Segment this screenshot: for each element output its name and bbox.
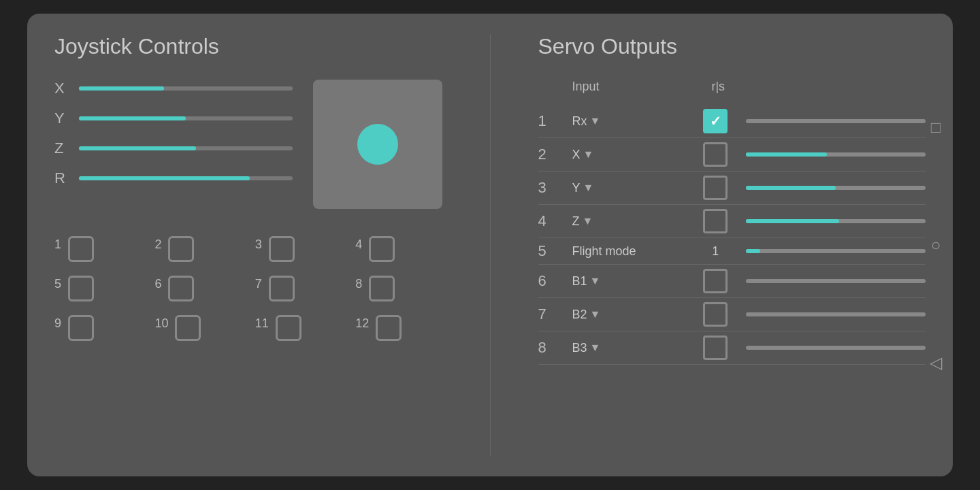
- servo-row-6: 6B1 ▼: [538, 265, 926, 298]
- button-item-11: 11: [255, 315, 342, 341]
- panel-divider: [490, 34, 491, 456]
- servo-num-1: 1: [538, 112, 572, 130]
- servo-input-label-5: Flight mode: [572, 244, 636, 259]
- axis-slider-z[interactable]: [79, 146, 293, 150]
- input-header: Input: [572, 80, 695, 94]
- servo-slider-track-2: [746, 152, 926, 157]
- servo-rs-7: [691, 302, 739, 327]
- servo-input-container-7: B2 ▼: [572, 308, 692, 322]
- servo-input-label-8: B3: [572, 341, 587, 355]
- servo-rows: 1Rx ▼✓2X ▼3Y ▼4Z ▼5Flight mode16B1 ▼7B2 …: [538, 105, 926, 365]
- axis-fill-y: [79, 116, 186, 120]
- servo-rs-4: [691, 209, 739, 233]
- servo-checkbox-2[interactable]: [703, 142, 728, 167]
- servo-slider-fill-5: [746, 249, 760, 253]
- servo-row-1: 1Rx ▼✓: [538, 105, 926, 138]
- servo-slider-track-5: [746, 249, 926, 253]
- servo-dropdown-arrow-7[interactable]: ▼: [590, 308, 601, 321]
- nav-circle-icon[interactable]: ○: [931, 235, 941, 255]
- nav-triangle-icon[interactable]: ◁: [930, 353, 942, 372]
- servo-input-container-2: X ▼: [572, 148, 692, 162]
- button-number-8: 8: [355, 277, 362, 291]
- servo-slider-container-5[interactable]: [739, 249, 926, 253]
- axis-slider-x[interactable]: [79, 86, 293, 91]
- axis-fill-r: [79, 176, 250, 180]
- servo-checkbox-3[interactable]: [703, 176, 728, 200]
- servo-row-4: 4Z ▼: [538, 205, 926, 238]
- servo-slider-container-7[interactable]: [739, 312, 926, 316]
- button-checkbox-2[interactable]: [168, 236, 194, 262]
- servo-input-container-5: Flight mode: [572, 244, 692, 259]
- button-checkbox-3[interactable]: [269, 236, 295, 262]
- servo-checkbox-4[interactable]: [703, 209, 728, 233]
- button-number-11: 11: [255, 316, 269, 331]
- button-number-3: 3: [255, 238, 262, 252]
- axes-section: X Y Z R: [54, 80, 442, 209]
- axis-label-y: Y: [54, 110, 68, 127]
- nav-square-icon[interactable]: □: [931, 118, 941, 137]
- button-checkbox-1[interactable]: [68, 236, 94, 262]
- servo-dropdown-arrow-1[interactable]: ▼: [590, 115, 601, 127]
- servo-slider-container-6[interactable]: [739, 279, 926, 283]
- servo-checkbox-7[interactable]: [703, 302, 728, 327]
- servo-slider-container-8[interactable]: [739, 346, 926, 350]
- servo-num-6: 6: [538, 272, 572, 290]
- button-item-8: 8: [355, 276, 442, 301]
- servo-slider-container-3[interactable]: [739, 186, 926, 190]
- axis-slider-y[interactable]: [79, 116, 293, 120]
- button-number-4: 4: [355, 238, 362, 252]
- servo-table-header: Input r|s: [538, 80, 926, 102]
- axis-slider-r[interactable]: [79, 176, 293, 180]
- servo-rs-1: ✓: [691, 109, 739, 133]
- button-checkbox-5[interactable]: [68, 276, 94, 301]
- joystick-dot: [357, 124, 398, 165]
- button-item-9: 9: [54, 315, 141, 341]
- servo-dropdown-arrow-8[interactable]: ▼: [590, 342, 601, 354]
- servo-checkbox-1[interactable]: ✓: [703, 109, 728, 133]
- servo-input-label-4: Z: [572, 214, 580, 229]
- button-checkbox-8[interactable]: [369, 276, 395, 301]
- button-checkbox-10[interactable]: [175, 315, 201, 341]
- button-number-12: 12: [355, 316, 369, 331]
- servo-row-8: 8B3 ▼: [538, 331, 926, 365]
- axis-label-x: X: [54, 80, 68, 97]
- button-checkbox-4[interactable]: [369, 236, 395, 262]
- servo-input-container-8: B3 ▼: [572, 341, 692, 355]
- button-number-9: 9: [54, 316, 61, 331]
- axis-row-r: R: [54, 169, 293, 187]
- servo-num-8: 8: [538, 339, 572, 357]
- button-checkbox-12[interactable]: [376, 315, 402, 341]
- servo-input-label-3: Y: [572, 181, 581, 195]
- button-checkbox-11[interactable]: [276, 315, 301, 341]
- servo-slider-track-8: [746, 346, 926, 350]
- servo-dropdown-arrow-3[interactable]: ▼: [583, 182, 594, 194]
- main-content: Joystick Controls X Y Z R: [27, 14, 953, 476]
- button-item-6: 6: [154, 276, 241, 301]
- servo-slider-container-4[interactable]: [739, 219, 926, 223]
- servo-slider-container-1[interactable]: [739, 119, 926, 123]
- left-panel: Joystick Controls X Y Z R: [54, 34, 442, 456]
- servo-dropdown-arrow-2[interactable]: ▼: [583, 148, 594, 161]
- button-checkbox-9[interactable]: [68, 315, 94, 341]
- servo-input-label-7: B2: [572, 308, 587, 322]
- axis-row-x: X: [54, 80, 293, 97]
- servo-checkbox-6[interactable]: [703, 269, 728, 293]
- servo-checkbox-8[interactable]: [703, 336, 728, 360]
- flight-mode-value-5: 1: [691, 244, 739, 259]
- button-item-3: 3: [255, 236, 342, 262]
- servo-input-container-4: Z ▼: [572, 214, 692, 229]
- button-number-6: 6: [154, 277, 161, 291]
- button-number-1: 1: [54, 238, 61, 252]
- joystick-pad[interactable]: [313, 80, 442, 209]
- button-checkbox-7[interactable]: [269, 276, 295, 301]
- servo-slider-track-6: [746, 279, 926, 283]
- servo-dropdown-arrow-4[interactable]: ▼: [583, 215, 593, 227]
- button-item-4: 4: [355, 236, 442, 262]
- servo-dropdown-arrow-6[interactable]: ▼: [590, 275, 601, 287]
- right-panel: Servo Outputs Input r|s 1Rx ▼✓2X ▼3Y ▼4Z…: [538, 34, 926, 456]
- servo-slider-fill-4: [746, 219, 839, 223]
- axis-fill-x: [79, 86, 164, 91]
- servo-slider-fill-3: [746, 186, 836, 190]
- servo-slider-container-2[interactable]: [739, 152, 926, 157]
- button-checkbox-6[interactable]: [168, 276, 194, 301]
